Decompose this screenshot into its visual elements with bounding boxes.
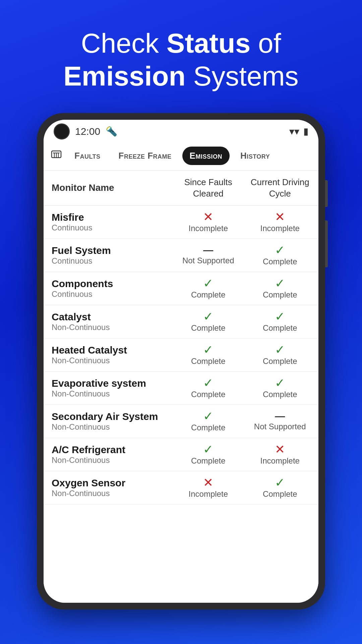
current-driving-cell: ✓ Complete <box>241 338 318 372</box>
checkmark-icon: ✓ <box>203 377 213 389</box>
current-driving-cell: ✓ Complete <box>241 372 318 405</box>
obd-icon <box>50 148 62 163</box>
wifi-icon: ▾▾ <box>289 125 299 137</box>
col-header-current-driving: Current DrivingCycle <box>241 171 318 206</box>
since-faults-cell: ✕ Incomplete <box>175 471 241 504</box>
checkmark-icon: ✓ <box>275 277 285 289</box>
checkmark-icon: ✓ <box>275 477 285 489</box>
col-header-since-faults: Since FaultsCleared <box>175 171 241 206</box>
clock: 12:00 <box>75 126 100 137</box>
since-faults-cell: ✓ Complete <box>175 338 241 372</box>
since-faults-cell: ✓ Complete <box>175 438 241 471</box>
monitor-name-cell: A/C Refrigerant Non-Continuous <box>44 438 175 471</box>
table-row: Misfire Continuous ✕ Incomplete ✕ Incomp… <box>44 206 318 239</box>
status-icons-right: ▾▾ ▮ <box>289 125 308 137</box>
since-faults-cell: ✓ Complete <box>175 372 241 405</box>
since-faults-cell: — Not Supported <box>175 239 241 272</box>
emission-table-container: Monitor Name Since FaultsCleared Current… <box>44 171 318 603</box>
monitor-name-cell: Misfire Continuous <box>44 206 175 239</box>
checkmark-icon: ✓ <box>203 410 213 422</box>
since-faults-cell: ✓ Complete <box>175 405 241 438</box>
table-row: Components Continuous ✓ Complete ✓ Compl… <box>44 272 318 305</box>
camera-icon <box>54 123 70 140</box>
checkmark-icon: ✓ <box>275 344 285 356</box>
monitor-name-cell: Heated Catalyst Non-Continuous <box>44 338 175 372</box>
since-faults-cell: ✕ Incomplete <box>175 206 241 239</box>
battery-icon: ▮ <box>303 126 308 137</box>
current-driving-cell: ✓ Complete <box>241 239 318 272</box>
flashlight-icon: 🔦 <box>106 126 117 137</box>
phone-screen: 12:00 🔦 ▾▾ ▮ Faults <box>44 120 318 603</box>
table-row: Catalyst Non-Continuous ✓ Complete ✓ Com… <box>44 305 318 338</box>
cross-icon: ✕ <box>203 211 213 223</box>
checkmark-icon: ✓ <box>275 311 285 323</box>
since-faults-cell: ✓ Complete <box>175 305 241 338</box>
col-header-monitor: Monitor Name <box>44 171 175 206</box>
emission-table: Monitor Name Since FaultsCleared Current… <box>44 171 318 505</box>
cross-icon: ✕ <box>203 477 213 489</box>
current-driving-cell: ✓ Complete <box>241 471 318 504</box>
navigation-tabs: Faults Freeze Frame Emission History <box>44 143 318 171</box>
tab-emission[interactable]: Emission <box>182 147 230 165</box>
table-row: A/C Refrigerant Non-Continuous ✓ Complet… <box>44 438 318 471</box>
checkmark-icon: ✓ <box>275 244 285 256</box>
current-driving-cell: ✕ Incomplete <box>241 438 318 471</box>
hero-bold-emission: Emission <box>63 61 186 91</box>
tab-freeze-frame[interactable]: Freeze Frame <box>111 147 179 165</box>
monitor-name-cell: Oxygen Sensor Non-Continuous <box>44 471 175 504</box>
table-row: Evaporative system Non-Continuous ✓ Comp… <box>44 372 318 405</box>
side-button-1 <box>325 180 328 207</box>
cross-icon: ✕ <box>275 443 285 455</box>
current-driving-cell: ✓ Complete <box>241 272 318 305</box>
cross-icon: ✕ <box>275 211 285 223</box>
tab-faults[interactable]: Faults <box>67 147 108 165</box>
dash-icon: — <box>203 245 213 255</box>
monitor-name-cell: Evaporative system Non-Continuous <box>44 372 175 405</box>
checkmark-icon: ✓ <box>275 377 285 389</box>
table-row: Secondary Air System Non-Continuous ✓ Co… <box>44 405 318 438</box>
checkmark-icon: ✓ <box>203 311 213 323</box>
monitor-name-cell: Catalyst Non-Continuous <box>44 305 175 338</box>
checkmark-icon: ✓ <box>203 344 213 356</box>
current-driving-cell: ✓ Complete <box>241 305 318 338</box>
current-driving-cell: — Not Supported <box>241 405 318 438</box>
status-bar-left: 12:00 🔦 <box>54 123 117 140</box>
since-faults-cell: ✓ Complete <box>175 272 241 305</box>
table-row: Oxygen Sensor Non-Continuous ✕ Incomplet… <box>44 471 318 504</box>
current-driving-cell: ✕ Incomplete <box>241 206 318 239</box>
side-button-2 <box>325 220 328 267</box>
checkmark-icon: ✓ <box>203 277 213 289</box>
dash-icon: — <box>275 411 285 421</box>
table-row: Heated Catalyst Non-Continuous ✓ Complet… <box>44 338 318 372</box>
phone-frame: 12:00 🔦 ▾▾ ▮ Faults <box>37 113 325 609</box>
monitor-name-cell: Fuel System Continuous <box>44 239 175 272</box>
monitor-name-cell: Components Continuous <box>44 272 175 305</box>
table-row: Fuel System Continuous — Not Supported ✓… <box>44 239 318 272</box>
monitor-name-cell: Secondary Air System Non-Continuous <box>44 405 175 438</box>
status-bar: 12:00 🔦 ▾▾ ▮ <box>44 120 318 143</box>
hero-title: Check Status of Emission Systems <box>43 27 319 93</box>
hero-bold-status: Status <box>167 28 251 58</box>
tab-history[interactable]: History <box>233 147 277 165</box>
checkmark-icon: ✓ <box>203 443 213 455</box>
